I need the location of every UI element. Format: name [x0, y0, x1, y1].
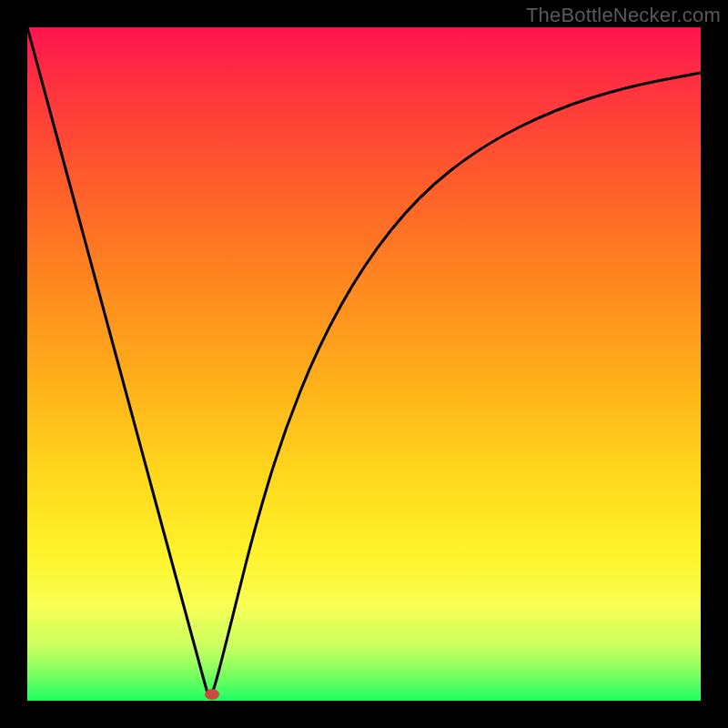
plot-area: [27, 27, 701, 701]
watermark-text: TheBottleNecker.com: [526, 4, 721, 27]
bottleneck-curve: [27, 27, 701, 696]
optimum-marker: [205, 689, 219, 700]
curve-layer: [27, 27, 701, 701]
chart-stage: TheBottleNecker.com: [0, 0, 728, 728]
